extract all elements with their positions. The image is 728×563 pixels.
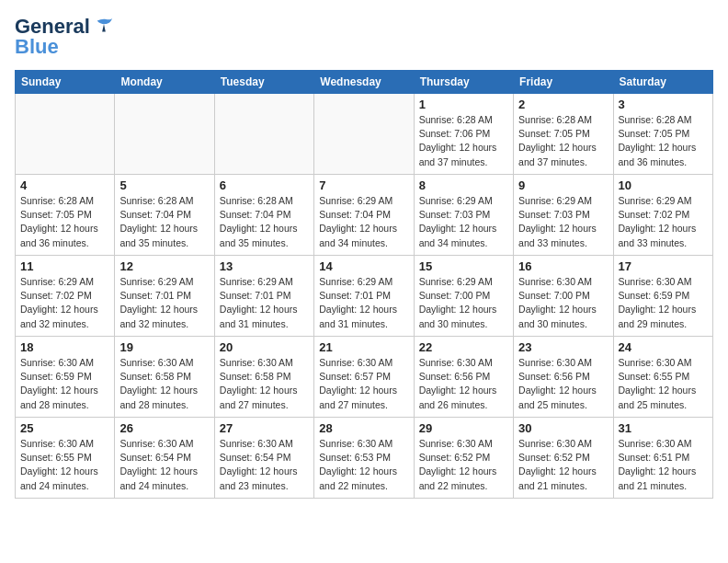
day-number: 14 (319, 259, 408, 273)
calendar-cell: 13Sunrise: 6:29 AM Sunset: 7:01 PM Dayli… (214, 256, 313, 337)
day-info: Sunrise: 6:30 AM Sunset: 6:58 PM Dayligh… (220, 356, 309, 412)
day-number: 6 (220, 178, 309, 192)
calendar-cell: 22Sunrise: 6:30 AM Sunset: 6:56 PM Dayli… (414, 337, 513, 418)
calendar-cell (16, 94, 115, 175)
day-number: 10 (619, 178, 708, 192)
calendar-cell: 21Sunrise: 6:30 AM Sunset: 6:57 PM Dayli… (314, 337, 414, 418)
day-number: 8 (419, 178, 508, 192)
logo-bird-icon (94, 17, 114, 37)
day-number: 19 (119, 340, 209, 354)
calendar-cell (115, 94, 214, 175)
calendar-cell: 25Sunrise: 6:30 AM Sunset: 6:55 PM Dayli… (16, 418, 115, 499)
day-info: Sunrise: 6:28 AM Sunset: 7:05 PM Dayligh… (518, 113, 608, 169)
day-info: Sunrise: 6:30 AM Sunset: 6:56 PM Dayligh… (518, 356, 608, 412)
calendar-cell: 17Sunrise: 6:30 AM Sunset: 6:59 PM Dayli… (613, 256, 712, 337)
day-info: Sunrise: 6:29 AM Sunset: 7:02 PM Dayligh… (619, 194, 708, 250)
day-number: 12 (119, 259, 209, 273)
day-info: Sunrise: 6:30 AM Sunset: 6:55 PM Dayligh… (20, 437, 109, 493)
day-info: Sunrise: 6:30 AM Sunset: 6:54 PM Dayligh… (220, 437, 309, 493)
day-number: 20 (220, 340, 309, 354)
calendar-cell: 15Sunrise: 6:29 AM Sunset: 7:00 PM Dayli… (414, 256, 513, 337)
calendar-cell: 23Sunrise: 6:30 AM Sunset: 6:56 PM Dayli… (514, 337, 613, 418)
day-info: Sunrise: 6:29 AM Sunset: 7:00 PM Dayligh… (419, 275, 508, 331)
day-info: Sunrise: 6:29 AM Sunset: 7:01 PM Dayligh… (119, 275, 209, 331)
day-number: 24 (619, 340, 708, 354)
calendar-cell: 14Sunrise: 6:29 AM Sunset: 7:01 PM Dayli… (314, 256, 414, 337)
day-header-saturday: Saturday (613, 71, 712, 94)
day-number: 22 (419, 340, 508, 354)
day-header-tuesday: Tuesday (214, 71, 313, 94)
day-number: 18 (20, 340, 109, 354)
calendar-cell: 10Sunrise: 6:29 AM Sunset: 7:02 PM Dayli… (613, 175, 712, 256)
day-number: 25 (20, 421, 109, 435)
day-info: Sunrise: 6:30 AM Sunset: 6:59 PM Dayligh… (20, 356, 109, 412)
day-info: Sunrise: 6:30 AM Sunset: 6:59 PM Dayligh… (619, 275, 708, 331)
day-header-monday: Monday (115, 71, 214, 94)
day-info: Sunrise: 6:30 AM Sunset: 6:57 PM Dayligh… (319, 356, 408, 412)
day-info: Sunrise: 6:30 AM Sunset: 7:00 PM Dayligh… (518, 275, 608, 331)
day-number: 9 (518, 178, 608, 192)
day-header-sunday: Sunday (16, 71, 115, 94)
calendar-cell: 27Sunrise: 6:30 AM Sunset: 6:54 PM Dayli… (214, 418, 313, 499)
day-number: 1 (419, 98, 508, 111)
calendar-cell: 16Sunrise: 6:30 AM Sunset: 7:00 PM Dayli… (514, 256, 613, 337)
calendar-week-row: 18Sunrise: 6:30 AM Sunset: 6:59 PM Dayli… (16, 337, 713, 418)
calendar-cell: 11Sunrise: 6:29 AM Sunset: 7:02 PM Dayli… (16, 256, 115, 337)
day-header-wednesday: Wednesday (314, 71, 414, 94)
day-info: Sunrise: 6:30 AM Sunset: 6:51 PM Dayligh… (619, 437, 708, 493)
calendar-week-row: 11Sunrise: 6:29 AM Sunset: 7:02 PM Dayli… (16, 256, 713, 337)
day-number: 31 (619, 421, 708, 435)
day-info: Sunrise: 6:30 AM Sunset: 6:52 PM Dayligh… (518, 437, 608, 493)
day-number: 29 (419, 421, 508, 435)
day-info: Sunrise: 6:30 AM Sunset: 6:58 PM Dayligh… (119, 356, 209, 412)
calendar-cell: 12Sunrise: 6:29 AM Sunset: 7:01 PM Dayli… (115, 256, 214, 337)
day-number: 27 (220, 421, 309, 435)
day-number: 13 (220, 259, 309, 273)
calendar-header-row: SundayMondayTuesdayWednesdayThursdayFrid… (16, 71, 713, 94)
day-number: 15 (419, 259, 508, 273)
page-header: General Blue (15, 15, 713, 59)
day-number: 21 (319, 340, 408, 354)
day-info: Sunrise: 6:29 AM Sunset: 7:03 PM Dayligh… (419, 194, 508, 250)
day-number: 23 (518, 340, 608, 354)
calendar-cell: 8Sunrise: 6:29 AM Sunset: 7:03 PM Daylig… (414, 175, 513, 256)
calendar-cell: 29Sunrise: 6:30 AM Sunset: 6:52 PM Dayli… (414, 418, 513, 499)
day-number: 30 (518, 421, 608, 435)
calendar-cell: 20Sunrise: 6:30 AM Sunset: 6:58 PM Dayli… (214, 337, 313, 418)
calendar-cell: 18Sunrise: 6:30 AM Sunset: 6:59 PM Dayli… (16, 337, 115, 418)
calendar-cell (314, 94, 414, 175)
day-info: Sunrise: 6:29 AM Sunset: 7:01 PM Dayligh… (319, 275, 408, 331)
day-header-thursday: Thursday (414, 71, 513, 94)
day-info: Sunrise: 6:28 AM Sunset: 7:05 PM Dayligh… (20, 194, 109, 250)
day-number: 17 (619, 259, 708, 273)
day-number: 2 (518, 98, 608, 111)
day-info: Sunrise: 6:28 AM Sunset: 7:06 PM Dayligh… (419, 113, 508, 169)
day-info: Sunrise: 6:29 AM Sunset: 7:02 PM Dayligh… (20, 275, 109, 331)
calendar-cell: 30Sunrise: 6:30 AM Sunset: 6:52 PM Dayli… (514, 418, 613, 499)
calendar-cell: 3Sunrise: 6:28 AM Sunset: 7:05 PM Daylig… (613, 94, 712, 175)
day-info: Sunrise: 6:28 AM Sunset: 7:04 PM Dayligh… (119, 194, 209, 250)
day-info: Sunrise: 6:28 AM Sunset: 7:05 PM Dayligh… (619, 113, 708, 169)
calendar-cell: 31Sunrise: 6:30 AM Sunset: 6:51 PM Dayli… (613, 418, 712, 499)
calendar-week-row: 1Sunrise: 6:28 AM Sunset: 7:06 PM Daylig… (16, 94, 713, 175)
day-info: Sunrise: 6:29 AM Sunset: 7:03 PM Dayligh… (518, 194, 608, 250)
day-info: Sunrise: 6:30 AM Sunset: 6:56 PM Dayligh… (419, 356, 508, 412)
day-info: Sunrise: 6:28 AM Sunset: 7:04 PM Dayligh… (220, 194, 309, 250)
logo-blue-text: Blue (15, 35, 59, 59)
calendar-cell: 26Sunrise: 6:30 AM Sunset: 6:54 PM Dayli… (115, 418, 214, 499)
calendar-cell: 7Sunrise: 6:29 AM Sunset: 7:04 PM Daylig… (314, 175, 414, 256)
day-info: Sunrise: 6:30 AM Sunset: 6:54 PM Dayligh… (119, 437, 209, 493)
day-number: 28 (319, 421, 408, 435)
day-info: Sunrise: 6:30 AM Sunset: 6:55 PM Dayligh… (619, 356, 708, 412)
day-number: 4 (20, 178, 109, 192)
day-number: 11 (20, 259, 109, 273)
day-number: 3 (619, 98, 708, 111)
day-info: Sunrise: 6:29 AM Sunset: 7:04 PM Dayligh… (319, 194, 408, 250)
calendar-cell: 19Sunrise: 6:30 AM Sunset: 6:58 PM Dayli… (115, 337, 214, 418)
calendar-cell: 24Sunrise: 6:30 AM Sunset: 6:55 PM Dayli… (613, 337, 712, 418)
calendar-cell: 4Sunrise: 6:28 AM Sunset: 7:05 PM Daylig… (16, 175, 115, 256)
calendar-cell (214, 94, 313, 175)
day-number: 5 (119, 178, 209, 192)
calendar-cell: 9Sunrise: 6:29 AM Sunset: 7:03 PM Daylig… (514, 175, 613, 256)
calendar-cell: 2Sunrise: 6:28 AM Sunset: 7:05 PM Daylig… (514, 94, 613, 175)
